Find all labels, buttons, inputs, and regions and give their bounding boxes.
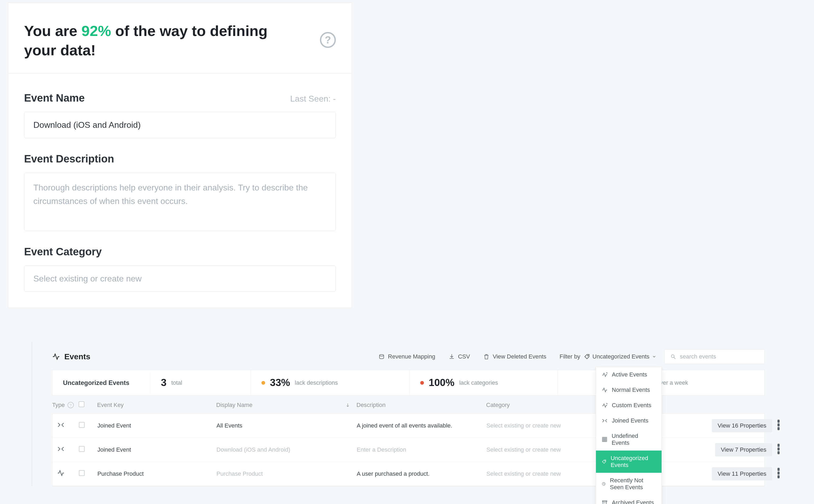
row-checkbox[interactable] bbox=[79, 470, 85, 476]
svg-point-21 bbox=[777, 476, 780, 478]
svg-point-14 bbox=[777, 424, 780, 426]
card-header: You are 92% of the way to defining your … bbox=[8, 3, 352, 74]
svg-point-13 bbox=[777, 420, 780, 422]
filter-option[interactable]: Uncategorized Events bbox=[596, 451, 662, 473]
row-checkbox[interactable] bbox=[79, 422, 85, 428]
joined-icon bbox=[57, 421, 65, 429]
tag-icon bbox=[584, 354, 590, 360]
filter-option-label: Normal Events bbox=[612, 387, 650, 393]
kebab-icon[interactable] bbox=[777, 468, 780, 478]
col-select-all[interactable] bbox=[79, 401, 97, 409]
pulse-icon bbox=[602, 387, 608, 393]
view-properties-button[interactable]: View 16 Properties bbox=[712, 419, 772, 432]
search-input[interactable]: search events bbox=[664, 349, 765, 364]
joined-icon bbox=[57, 445, 65, 453]
help-icon[interactable]: ? bbox=[320, 32, 336, 48]
help-icon[interactable]: ? bbox=[67, 402, 74, 408]
kebab-icon[interactable] bbox=[777, 444, 780, 454]
dot-red-icon bbox=[420, 381, 424, 385]
pulse-up-icon bbox=[602, 402, 608, 408]
svg-point-18 bbox=[777, 452, 780, 454]
filter-option-label: Recently Not Seen Events bbox=[610, 477, 656, 491]
events-panel: Events Revenue Mapping CSV View Deleted … bbox=[32, 342, 781, 486]
filter-option-label: Joined Events bbox=[612, 417, 648, 424]
filter-by-control[interactable]: Filter by Uncategorized Events bbox=[560, 353, 656, 360]
search-icon bbox=[670, 354, 676, 360]
archive-icon bbox=[602, 500, 608, 504]
cell-display-name[interactable]: Download (iOS and Android) bbox=[216, 446, 357, 453]
col-event-key[interactable]: Event Key bbox=[97, 402, 216, 408]
download-icon bbox=[449, 353, 455, 360]
filter-option[interactable]: Custom Events bbox=[596, 398, 662, 413]
row-checkbox[interactable] bbox=[79, 446, 85, 452]
dot-orange-icon bbox=[261, 381, 265, 385]
event-description-label: Event Description bbox=[24, 153, 114, 165]
search-placeholder: search events bbox=[680, 353, 716, 360]
grid-icon bbox=[602, 437, 607, 442]
cell-description[interactable]: Enter a Description bbox=[357, 446, 486, 453]
events-topbar: Events Revenue Mapping CSV View Deleted … bbox=[32, 349, 781, 370]
filter-option-label: Archived Events bbox=[612, 499, 654, 504]
cell-display-name[interactable]: Purchase Product bbox=[216, 470, 357, 477]
filter-option[interactable]: Archived Events bbox=[596, 495, 662, 504]
view-properties-button[interactable]: View 11 Properties bbox=[712, 467, 772, 480]
cell-description[interactable]: A joined event of all events available. bbox=[357, 422, 486, 429]
svg-point-17 bbox=[777, 448, 780, 450]
event-name-input[interactable]: Download (iOS and Android) bbox=[24, 112, 336, 138]
filter-option-label: Undefined Events bbox=[612, 433, 656, 446]
cell-event-key: Joined Event bbox=[97, 446, 216, 453]
cell-event-key: Purchase Product bbox=[97, 470, 216, 477]
filter-option[interactable]: Undefined Events bbox=[596, 428, 662, 451]
col-type[interactable]: Type ? bbox=[52, 402, 79, 408]
filter-option-label: Custom Events bbox=[612, 402, 651, 409]
event-description-input[interactable]: Thorough descriptions help everyone in t… bbox=[24, 173, 336, 231]
event-description-row: Event Description bbox=[24, 153, 336, 165]
filter-option[interactable]: Active Events bbox=[596, 367, 662, 382]
last-seen-label: Last Seen: - bbox=[290, 94, 336, 104]
csv-link[interactable]: CSV bbox=[449, 353, 470, 360]
filter-by-value[interactable]: Uncategorized Events bbox=[584, 353, 656, 360]
filter-option[interactable]: Recently Not Seen Events bbox=[596, 473, 662, 495]
revenue-mapping-link[interactable]: Revenue Mapping bbox=[378, 353, 435, 360]
stat-lack-categories: 100% lack categories bbox=[410, 370, 558, 395]
filter-option[interactable]: Joined Events bbox=[596, 413, 662, 428]
svg-point-16 bbox=[777, 444, 780, 446]
svg-point-20 bbox=[777, 472, 780, 474]
stat-lack-descriptions: 33% lack descriptions bbox=[251, 370, 410, 395]
trash-icon bbox=[483, 353, 490, 360]
svg-point-15 bbox=[777, 428, 780, 430]
pulse-icon bbox=[57, 469, 65, 477]
col-description[interactable]: Description bbox=[356, 402, 486, 408]
sort-arrow-down-icon[interactable] bbox=[345, 403, 350, 407]
chevron-down-icon bbox=[652, 355, 656, 359]
filter-option-label: Uncategorized Events bbox=[611, 455, 656, 469]
events-title: Events bbox=[52, 352, 90, 361]
card-body: Event Name Last Seen: - Download (iOS an… bbox=[8, 74, 352, 308]
view-deleted-link[interactable]: View Deleted Events bbox=[483, 353, 546, 360]
pulse-icon bbox=[52, 353, 60, 361]
stat-total: 3 total bbox=[150, 370, 251, 395]
cell-event-key: Joined Event bbox=[97, 422, 216, 429]
event-category-row: Event Category bbox=[24, 246, 336, 258]
svg-point-19 bbox=[777, 468, 780, 470]
event-name-row: Event Name Last Seen: - bbox=[24, 92, 336, 104]
event-category-label: Event Category bbox=[24, 246, 102, 258]
cell-display-name[interactable]: All Events bbox=[216, 422, 357, 429]
progress-headline: You are 92% of the way to defining your … bbox=[24, 21, 289, 60]
progress-percent: 92% bbox=[82, 22, 111, 39]
joined-icon bbox=[602, 418, 608, 424]
kebab-icon[interactable] bbox=[777, 420, 780, 430]
checkbox[interactable] bbox=[79, 401, 84, 407]
filter-option-label: Active Events bbox=[612, 371, 647, 378]
event-category-select[interactable]: Select existing or create new bbox=[24, 266, 336, 292]
cell-description[interactable]: A user purchased a product. bbox=[357, 470, 486, 477]
col-display-name[interactable]: Display Name bbox=[216, 402, 356, 408]
event-name-label: Event Name bbox=[24, 92, 85, 104]
clock-icon bbox=[602, 481, 606, 487]
define-data-card: You are 92% of the way to defining your … bbox=[8, 3, 352, 308]
filter-dropdown[interactable]: Active EventsNormal EventsCustom EventsJ… bbox=[596, 367, 662, 504]
tag-icon bbox=[602, 459, 606, 465]
view-properties-button[interactable]: View 7 Properties bbox=[715, 443, 772, 456]
pulse-up-icon bbox=[602, 372, 608, 378]
filter-option[interactable]: Normal Events bbox=[596, 382, 662, 398]
